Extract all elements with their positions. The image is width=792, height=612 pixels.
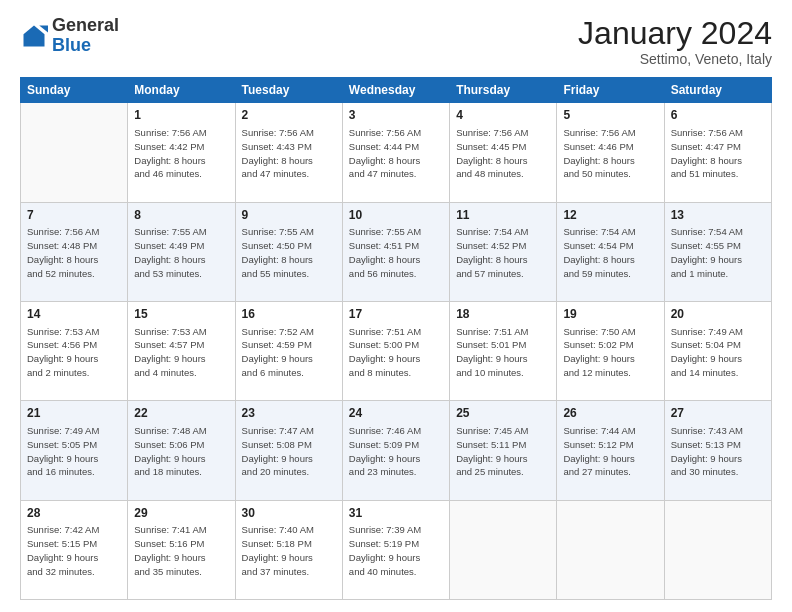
day-info: Sunrise: 7:51 AMSunset: 5:00 PMDaylight:… [349, 325, 443, 380]
day-number: 29 [134, 505, 228, 522]
calendar-cell: 26Sunrise: 7:44 AMSunset: 5:12 PMDayligh… [557, 401, 664, 500]
day-info: Sunrise: 7:39 AMSunset: 5:19 PMDaylight:… [349, 523, 443, 578]
day-info: Sunrise: 7:40 AMSunset: 5:18 PMDaylight:… [242, 523, 336, 578]
day-info: Sunrise: 7:55 AMSunset: 4:49 PMDaylight:… [134, 225, 228, 280]
logo: General Blue [20, 16, 119, 56]
day-number: 26 [563, 405, 657, 422]
day-number: 12 [563, 207, 657, 224]
calendar-cell [450, 500, 557, 599]
calendar-cell: 11Sunrise: 7:54 AMSunset: 4:52 PMDayligh… [450, 202, 557, 301]
day-number: 6 [671, 107, 765, 124]
weekday-friday: Friday [557, 78, 664, 103]
day-number: 10 [349, 207, 443, 224]
day-info: Sunrise: 7:53 AMSunset: 4:57 PMDaylight:… [134, 325, 228, 380]
day-number: 24 [349, 405, 443, 422]
calendar-week-2: 7Sunrise: 7:56 AMSunset: 4:48 PMDaylight… [21, 202, 772, 301]
day-number: 11 [456, 207, 550, 224]
day-number: 30 [242, 505, 336, 522]
day-info: Sunrise: 7:56 AMSunset: 4:44 PMDaylight:… [349, 126, 443, 181]
calendar-week-5: 28Sunrise: 7:42 AMSunset: 5:15 PMDayligh… [21, 500, 772, 599]
day-info: Sunrise: 7:56 AMSunset: 4:43 PMDaylight:… [242, 126, 336, 181]
day-number: 9 [242, 207, 336, 224]
calendar-cell: 3Sunrise: 7:56 AMSunset: 4:44 PMDaylight… [342, 103, 449, 202]
calendar-cell: 14Sunrise: 7:53 AMSunset: 4:56 PMDayligh… [21, 301, 128, 400]
day-info: Sunrise: 7:55 AMSunset: 4:50 PMDaylight:… [242, 225, 336, 280]
day-info: Sunrise: 7:41 AMSunset: 5:16 PMDaylight:… [134, 523, 228, 578]
day-info: Sunrise: 7:56 AMSunset: 4:46 PMDaylight:… [563, 126, 657, 181]
calendar-cell: 29Sunrise: 7:41 AMSunset: 5:16 PMDayligh… [128, 500, 235, 599]
day-info: Sunrise: 7:43 AMSunset: 5:13 PMDaylight:… [671, 424, 765, 479]
calendar-cell: 20Sunrise: 7:49 AMSunset: 5:04 PMDayligh… [664, 301, 771, 400]
day-number: 16 [242, 306, 336, 323]
calendar-table: SundayMondayTuesdayWednesdayThursdayFrid… [20, 77, 772, 600]
month-title: January 2024 [578, 16, 772, 51]
day-info: Sunrise: 7:56 AMSunset: 4:47 PMDaylight:… [671, 126, 765, 181]
day-number: 3 [349, 107, 443, 124]
day-number: 14 [27, 306, 121, 323]
weekday-wednesday: Wednesday [342, 78, 449, 103]
weekday-saturday: Saturday [664, 78, 771, 103]
location-subtitle: Settimo, Veneto, Italy [578, 51, 772, 67]
logo-text: General Blue [52, 16, 119, 56]
day-info: Sunrise: 7:52 AMSunset: 4:59 PMDaylight:… [242, 325, 336, 380]
day-number: 22 [134, 405, 228, 422]
calendar-cell: 27Sunrise: 7:43 AMSunset: 5:13 PMDayligh… [664, 401, 771, 500]
day-number: 13 [671, 207, 765, 224]
calendar-cell: 9Sunrise: 7:55 AMSunset: 4:50 PMDaylight… [235, 202, 342, 301]
calendar-week-3: 14Sunrise: 7:53 AMSunset: 4:56 PMDayligh… [21, 301, 772, 400]
day-info: Sunrise: 7:56 AMSunset: 4:45 PMDaylight:… [456, 126, 550, 181]
day-number: 1 [134, 107, 228, 124]
calendar-cell: 31Sunrise: 7:39 AMSunset: 5:19 PMDayligh… [342, 500, 449, 599]
calendar-cell: 18Sunrise: 7:51 AMSunset: 5:01 PMDayligh… [450, 301, 557, 400]
day-info: Sunrise: 7:56 AMSunset: 4:48 PMDaylight:… [27, 225, 121, 280]
calendar-cell: 24Sunrise: 7:46 AMSunset: 5:09 PMDayligh… [342, 401, 449, 500]
day-info: Sunrise: 7:56 AMSunset: 4:42 PMDaylight:… [134, 126, 228, 181]
day-info: Sunrise: 7:54 AMSunset: 4:55 PMDaylight:… [671, 225, 765, 280]
calendar-cell: 21Sunrise: 7:49 AMSunset: 5:05 PMDayligh… [21, 401, 128, 500]
day-number: 28 [27, 505, 121, 522]
day-number: 8 [134, 207, 228, 224]
weekday-thursday: Thursday [450, 78, 557, 103]
day-info: Sunrise: 7:46 AMSunset: 5:09 PMDaylight:… [349, 424, 443, 479]
calendar-cell: 6Sunrise: 7:56 AMSunset: 4:47 PMDaylight… [664, 103, 771, 202]
calendar-cell: 1Sunrise: 7:56 AMSunset: 4:42 PMDaylight… [128, 103, 235, 202]
day-info: Sunrise: 7:51 AMSunset: 5:01 PMDaylight:… [456, 325, 550, 380]
day-number: 31 [349, 505, 443, 522]
calendar-cell: 12Sunrise: 7:54 AMSunset: 4:54 PMDayligh… [557, 202, 664, 301]
calendar-cell: 23Sunrise: 7:47 AMSunset: 5:08 PMDayligh… [235, 401, 342, 500]
day-number: 19 [563, 306, 657, 323]
day-number: 27 [671, 405, 765, 422]
day-info: Sunrise: 7:49 AMSunset: 5:05 PMDaylight:… [27, 424, 121, 479]
day-number: 18 [456, 306, 550, 323]
day-info: Sunrise: 7:54 AMSunset: 4:52 PMDaylight:… [456, 225, 550, 280]
calendar-cell: 4Sunrise: 7:56 AMSunset: 4:45 PMDaylight… [450, 103, 557, 202]
svg-marker-0 [24, 25, 45, 46]
day-number: 21 [27, 405, 121, 422]
day-info: Sunrise: 7:53 AMSunset: 4:56 PMDaylight:… [27, 325, 121, 380]
calendar-week-4: 21Sunrise: 7:49 AMSunset: 5:05 PMDayligh… [21, 401, 772, 500]
day-number: 15 [134, 306, 228, 323]
calendar-cell: 13Sunrise: 7:54 AMSunset: 4:55 PMDayligh… [664, 202, 771, 301]
weekday-monday: Monday [128, 78, 235, 103]
day-number: 25 [456, 405, 550, 422]
day-number: 17 [349, 306, 443, 323]
day-info: Sunrise: 7:45 AMSunset: 5:11 PMDaylight:… [456, 424, 550, 479]
day-info: Sunrise: 7:47 AMSunset: 5:08 PMDaylight:… [242, 424, 336, 479]
calendar-cell [21, 103, 128, 202]
calendar-cell: 22Sunrise: 7:48 AMSunset: 5:06 PMDayligh… [128, 401, 235, 500]
calendar-cell: 17Sunrise: 7:51 AMSunset: 5:00 PMDayligh… [342, 301, 449, 400]
day-number: 2 [242, 107, 336, 124]
calendar-cell: 15Sunrise: 7:53 AMSunset: 4:57 PMDayligh… [128, 301, 235, 400]
day-number: 23 [242, 405, 336, 422]
weekday-sunday: Sunday [21, 78, 128, 103]
page-header: General Blue January 2024 Settimo, Venet… [20, 16, 772, 67]
calendar-cell: 25Sunrise: 7:45 AMSunset: 5:11 PMDayligh… [450, 401, 557, 500]
calendar-week-1: 1Sunrise: 7:56 AMSunset: 4:42 PMDaylight… [21, 103, 772, 202]
title-block: January 2024 Settimo, Veneto, Italy [578, 16, 772, 67]
day-number: 7 [27, 207, 121, 224]
day-info: Sunrise: 7:49 AMSunset: 5:04 PMDaylight:… [671, 325, 765, 380]
calendar-cell [557, 500, 664, 599]
day-info: Sunrise: 7:42 AMSunset: 5:15 PMDaylight:… [27, 523, 121, 578]
day-info: Sunrise: 7:48 AMSunset: 5:06 PMDaylight:… [134, 424, 228, 479]
weekday-tuesday: Tuesday [235, 78, 342, 103]
